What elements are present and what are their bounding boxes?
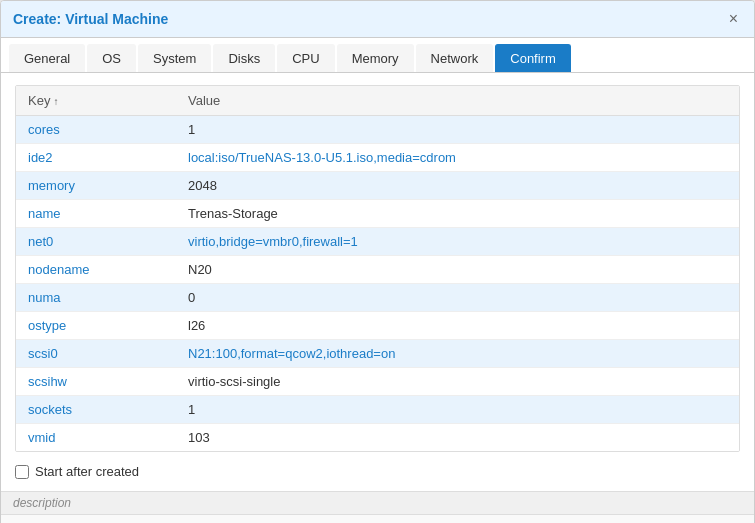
- config-table-wrapper: Key↑ Value cores1ide2local:iso/TrueNAS-1…: [15, 85, 740, 452]
- row-value: virtio,bridge=vmbr0,firewall=1: [176, 228, 739, 256]
- footer: Advanced Back Finish: [1, 514, 754, 523]
- col-header-key: Key↑: [16, 86, 176, 116]
- dialog-title: Create: Virtual Machine: [13, 11, 168, 27]
- table-row: scsi0N21:100,format=qcow2,iothread=on: [16, 340, 739, 368]
- tab-bar: GeneralOSSystemDisksCPUMemoryNetworkConf…: [1, 38, 754, 73]
- row-key: memory: [16, 172, 176, 200]
- row-value: N20: [176, 256, 739, 284]
- row-key: ostype: [16, 312, 176, 340]
- row-value: virtio-scsi-single: [176, 368, 739, 396]
- row-value: 2048: [176, 172, 739, 200]
- sort-arrow-icon: ↑: [53, 96, 58, 107]
- row-key: vmid: [16, 424, 176, 452]
- table-row: memory2048: [16, 172, 739, 200]
- row-value: Trenas-Storage: [176, 200, 739, 228]
- tab-disks[interactable]: Disks: [213, 44, 275, 72]
- row-value: N21:100,format=qcow2,iothread=on: [176, 340, 739, 368]
- config-table: Key↑ Value cores1ide2local:iso/TrueNAS-1…: [16, 86, 739, 451]
- description-text: description: [13, 496, 71, 510]
- row-key: ide2: [16, 144, 176, 172]
- row-value: 0: [176, 284, 739, 312]
- confirm-content: Key↑ Value cores1ide2local:iso/TrueNAS-1…: [1, 73, 754, 491]
- table-row: ide2local:iso/TrueNAS-13.0-U5.1.iso,medi…: [16, 144, 739, 172]
- dialog-header: Create: Virtual Machine ×: [1, 1, 754, 38]
- start-after-label[interactable]: Start after created: [35, 464, 139, 479]
- tab-cpu[interactable]: CPU: [277, 44, 334, 72]
- row-key: cores: [16, 116, 176, 144]
- table-row: net0virtio,bridge=vmbr0,firewall=1: [16, 228, 739, 256]
- tab-os[interactable]: OS: [87, 44, 136, 72]
- start-after-checkbox[interactable]: [15, 465, 29, 479]
- table-row: numa0: [16, 284, 739, 312]
- row-key: sockets: [16, 396, 176, 424]
- description-bar: description: [1, 491, 754, 514]
- table-row: ostypel26: [16, 312, 739, 340]
- row-key: nodename: [16, 256, 176, 284]
- create-vm-dialog: Create: Virtual Machine × GeneralOSSyste…: [0, 0, 755, 523]
- tab-memory[interactable]: Memory: [337, 44, 414, 72]
- row-key: name: [16, 200, 176, 228]
- row-value: 1: [176, 396, 739, 424]
- start-after-row: Start after created: [15, 464, 740, 479]
- row-key: numa: [16, 284, 176, 312]
- col-header-value: Value: [176, 86, 739, 116]
- row-key: scsihw: [16, 368, 176, 396]
- table-row: cores1: [16, 116, 739, 144]
- table-row: scsihwvirtio-scsi-single: [16, 368, 739, 396]
- close-button[interactable]: ×: [725, 9, 742, 29]
- table-row: nameTrenas-Storage: [16, 200, 739, 228]
- tab-confirm[interactable]: Confirm: [495, 44, 571, 72]
- row-value: 103: [176, 424, 739, 452]
- row-key: net0: [16, 228, 176, 256]
- row-value: l26: [176, 312, 739, 340]
- table-row: vmid103: [16, 424, 739, 452]
- table-row: sockets1: [16, 396, 739, 424]
- tab-general[interactable]: General: [9, 44, 85, 72]
- tab-system[interactable]: System: [138, 44, 211, 72]
- table-row: nodenameN20: [16, 256, 739, 284]
- row-value: local:iso/TrueNAS-13.0-U5.1.iso,media=cd…: [176, 144, 739, 172]
- tab-network[interactable]: Network: [416, 44, 494, 72]
- row-value: 1: [176, 116, 739, 144]
- row-key: scsi0: [16, 340, 176, 368]
